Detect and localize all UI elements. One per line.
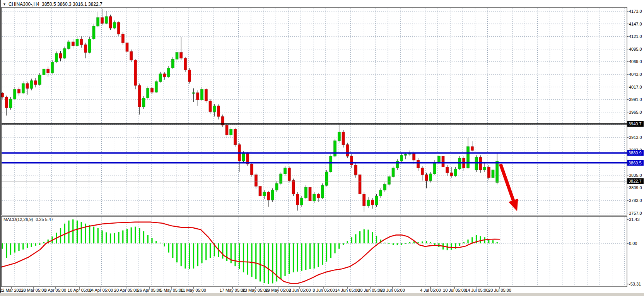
- candle-body: [296, 194, 299, 205]
- candle-body: [188, 70, 191, 82]
- candle-body: [109, 17, 112, 28]
- price-axis-label: 4043.0: [629, 72, 642, 77]
- candle-body: [367, 200, 370, 206]
- candle-body: [230, 129, 232, 135]
- price-axis-label: 3809.0: [629, 185, 642, 190]
- candle-body: [9, 99, 12, 108]
- candle-body: [68, 42, 70, 49]
- price-axis-label: 3991.0: [629, 97, 642, 102]
- symbol-period-label: CHINA300-,H4: [9, 2, 39, 7]
- candle-body: [51, 62, 54, 73]
- candle-body: [167, 68, 170, 77]
- candle-body: [425, 175, 428, 181]
- candle-body: [209, 101, 212, 112]
- candle-body: [213, 106, 216, 112]
- candle-body: [22, 84, 24, 93]
- date-axis-label: 23 May 05:00: [243, 288, 268, 293]
- candle-body: [147, 88, 149, 98]
- candle-body: [496, 161, 499, 182]
- symbol-dropdown-icon[interactable]: ▼: [3, 2, 6, 6]
- candle-body: [205, 89, 207, 101]
- price-axis-label: 3783.0: [629, 198, 642, 203]
- candle-body: [384, 185, 386, 190]
- candle-body: [176, 53, 178, 60]
- candle-body: [225, 125, 228, 135]
- price-axis-label: 4173.0: [629, 9, 642, 14]
- price-badge-label: 3860.5: [629, 161, 642, 165]
- candle-body: [417, 160, 420, 168]
- candle-body: [84, 45, 87, 53]
- candle-body: [76, 39, 79, 46]
- date-axis-label: 28 Jun 05:00: [380, 288, 405, 293]
- candle-body: [371, 200, 374, 205]
- candle-body: [404, 154, 407, 156]
- candle-body: [255, 175, 257, 186]
- candle-body: [396, 161, 399, 168]
- date-axis-label: 10 Apr 05:00: [68, 288, 92, 293]
- candle-body: [450, 173, 453, 176]
- candle-body: [26, 84, 29, 89]
- candle-body: [442, 156, 444, 167]
- candle-body: [92, 26, 95, 39]
- macd-axis-label: 0.00: [629, 241, 637, 246]
- price-badge-label: 3822.7: [629, 179, 642, 183]
- candle-body: [388, 177, 390, 185]
- candle-body: [454, 169, 457, 176]
- candle-body: [271, 190, 274, 200]
- candle-body: [126, 43, 128, 52]
- candle-body: [80, 39, 83, 44]
- candle-body: [487, 167, 490, 178]
- candle-body: [429, 174, 432, 181]
- candle-body: [483, 167, 486, 170]
- price-axis-label: 4017.0: [629, 85, 642, 89]
- candle-body: [55, 53, 58, 62]
- candle-body: [492, 170, 494, 178]
- candle-body: [267, 192, 270, 200]
- candle-body: [275, 183, 278, 190]
- price-axis-label: 4095.0: [629, 47, 642, 51]
- date-axis-label: 17 May 05:00: [220, 288, 246, 293]
- candle-body: [18, 89, 20, 93]
- candle-body: [292, 181, 295, 194]
- candle-body: [151, 88, 154, 92]
- candle-body: [242, 153, 245, 161]
- status-strip: [0, 293, 644, 296]
- candle-body: [234, 129, 237, 145]
- candle-body: [280, 174, 282, 183]
- date-axis-label: 8 Jun 05:00: [313, 288, 335, 293]
- candle-body: [413, 153, 415, 160]
- candle-body: [72, 42, 74, 46]
- candle-body: [350, 156, 353, 165]
- candle-body: [301, 198, 303, 205]
- candle-body: [217, 106, 220, 117]
- candle-body: [338, 132, 340, 141]
- candle-body: [121, 34, 124, 43]
- candle-body: [392, 168, 395, 177]
- date-axis-label: 14 Jun 05:00: [335, 288, 360, 293]
- candle-body: [288, 168, 290, 181]
- date-axis-label: 3 Apr 05:00: [44, 288, 66, 293]
- candle-body: [313, 194, 316, 201]
- candle-body: [446, 167, 449, 173]
- candle-body: [434, 162, 436, 174]
- macd-axis-label: -53.31: [629, 282, 641, 286]
- price-axis-label: 4147.0: [629, 22, 642, 26]
- candle-body: [330, 156, 332, 172]
- price-axis-label: 3757.0: [629, 211, 642, 216]
- candle-body: [346, 145, 349, 156]
- candle-body: [379, 190, 382, 196]
- chart-canvas[interactable]: 4173.04147.04121.04095.04069.04043.04017…: [0, 0, 644, 296]
- date-axis-label: 20 Apr 05:00: [114, 288, 138, 293]
- candle-body: [475, 157, 478, 170]
- candle-body: [363, 194, 366, 206]
- candle-body: [400, 155, 403, 161]
- candle-body: [184, 58, 187, 70]
- date-axis-label: 26 Apr 05:00: [137, 288, 161, 293]
- price-axis-label: 3835.0: [629, 173, 642, 178]
- date-axis-label: 14 Apr 05:00: [89, 288, 113, 293]
- macd-indicator-label: MACD(12,26,9) -0.25 5.47: [3, 217, 53, 222]
- candle-body: [134, 60, 137, 86]
- candle-body: [88, 39, 91, 52]
- candle-body: [342, 132, 345, 145]
- price-axis-label: 4121.0: [629, 34, 642, 39]
